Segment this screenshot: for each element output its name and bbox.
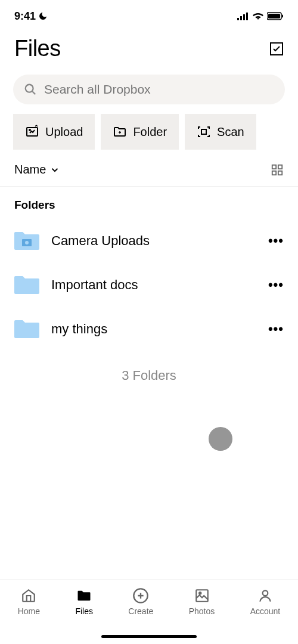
more-button[interactable]: •••	[268, 233, 284, 249]
folder-icon	[14, 231, 39, 251]
svg-rect-14	[272, 171, 276, 174]
status-bar: 9:41	[0, 0, 298, 26]
tab-files[interactable]: Files	[75, 587, 93, 644]
svg-rect-2	[243, 14, 245, 20]
tab-account-label: Account	[250, 606, 281, 616]
home-indicator[interactable]	[101, 635, 197, 638]
more-button[interactable]: •••	[268, 277, 284, 293]
tab-files-label: Files	[75, 606, 93, 616]
plus-circle-icon	[132, 587, 149, 604]
tab-home-label: Home	[18, 606, 40, 616]
scan-label: Scan	[217, 125, 244, 139]
folder-name: Camera Uploads	[51, 233, 256, 249]
page-title: Files	[14, 36, 61, 61]
tab-account[interactable]: Account	[250, 587, 281, 644]
folder-icon	[14, 319, 39, 339]
folder-icon	[76, 587, 92, 604]
chevron-down-icon	[49, 165, 60, 175]
status-time: 9:41	[14, 10, 36, 23]
upload-icon	[25, 125, 39, 139]
status-indicators	[237, 12, 284, 20]
battery-icon	[267, 12, 284, 20]
svg-rect-13	[278, 165, 282, 168]
folder-icon	[14, 275, 39, 295]
svg-rect-3	[246, 13, 248, 20]
more-button[interactable]: •••	[268, 321, 284, 337]
svg-rect-5	[268, 14, 280, 18]
touch-indicator	[209, 427, 232, 451]
svg-rect-0	[237, 18, 239, 20]
sort-dropdown[interactable]: Name	[14, 163, 60, 177]
tab-home[interactable]: Home	[18, 587, 40, 644]
svg-rect-1	[240, 16, 242, 20]
sort-label-text: Name	[14, 163, 46, 177]
svg-point-10	[29, 129, 30, 131]
select-mode-button[interactable]	[269, 42, 284, 56]
folder-name: Important docs	[51, 277, 256, 293]
upload-button[interactable]: Upload	[13, 114, 95, 150]
cellular-icon	[237, 12, 249, 20]
scan-icon	[197, 125, 211, 139]
search-icon	[24, 83, 37, 96]
folder-label: Folder	[133, 125, 167, 139]
header: Files	[0, 26, 298, 67]
scan-button[interactable]: Scan	[185, 114, 256, 150]
grid-view-button[interactable]	[271, 163, 284, 177]
upload-label: Upload	[45, 125, 83, 139]
svg-point-20	[199, 592, 201, 594]
folder-item[interactable]: my things •••	[0, 307, 298, 351]
folder-item[interactable]: Important docs •••	[0, 263, 298, 307]
sort-row: Name	[0, 163, 298, 187]
svg-rect-6	[282, 15, 283, 18]
tab-bar: Home Files Create Photos Account	[0, 580, 298, 644]
tab-photos-label: Photos	[189, 606, 215, 616]
search-input[interactable]	[44, 82, 274, 97]
account-icon	[257, 588, 273, 603]
photos-icon	[194, 588, 210, 603]
folder-item[interactable]: Camera Uploads •••	[0, 219, 298, 263]
folder-count: 3 Folders	[0, 368, 298, 383]
svg-point-21	[263, 590, 268, 596]
folders-section-title: Folders	[0, 187, 298, 219]
wifi-icon	[253, 12, 263, 20]
status-time-group: 9:41	[14, 10, 48, 23]
moon-icon	[38, 11, 48, 21]
svg-point-8	[26, 85, 33, 92]
home-icon	[21, 588, 36, 603]
svg-rect-12	[272, 165, 276, 168]
tab-create-label: Create	[128, 606, 153, 616]
folder-add-icon	[113, 125, 127, 139]
folder-button[interactable]: Folder	[101, 114, 179, 150]
svg-rect-11	[201, 129, 206, 134]
svg-point-17	[25, 241, 29, 244]
folder-name: my things	[51, 321, 256, 337]
action-row: Upload Folder Scan	[0, 114, 298, 150]
svg-rect-15	[278, 171, 282, 174]
search-bar[interactable]	[13, 75, 285, 104]
